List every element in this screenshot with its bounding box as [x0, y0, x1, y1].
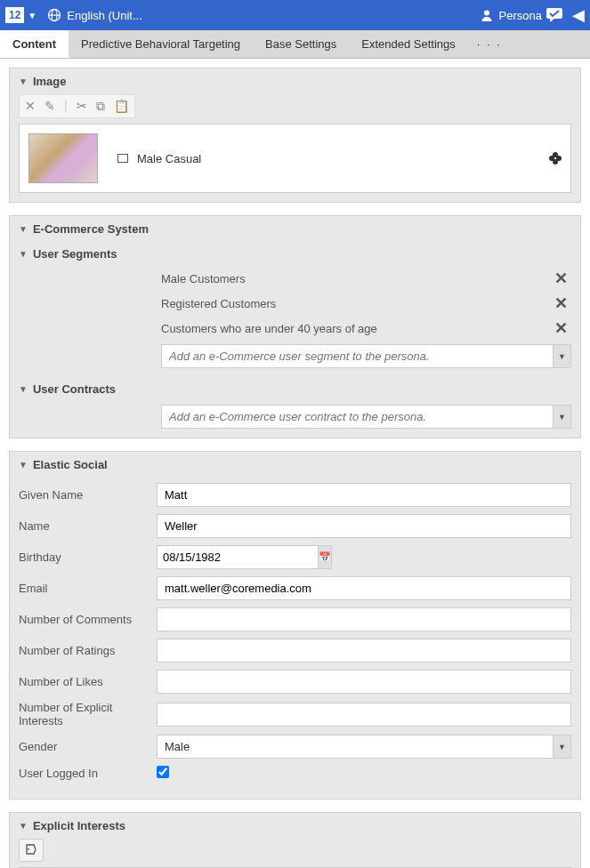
logged-in-label: User Logged In	[19, 767, 157, 780]
collapse-icon: ▼	[19, 384, 28, 394]
edit-icon[interactable]: ✎	[44, 99, 55, 114]
add-segment-box: ▼	[161, 344, 571, 368]
explicit-interests-panel: ▼ Explicit Interests Commerce ▶ Attribut…	[9, 812, 581, 868]
user-contracts-header[interactable]: ▼ User Contracts	[10, 377, 580, 401]
tabs-more[interactable]: · · ·	[468, 30, 511, 58]
tabs-row: Content Predictive Behavioral Targeting …	[0, 30, 590, 59]
calendar-icon[interactable]: 📅	[319, 545, 332, 569]
expand-icon[interactable]: ◀	[572, 5, 585, 25]
email-label: Email	[19, 582, 157, 595]
user-segments-list: Male Customers ✕ Registered Customers ✕ …	[10, 266, 580, 341]
user-contracts-title: User Contracts	[33, 382, 116, 396]
gender-label: Gender	[19, 740, 157, 753]
dropdown-icon[interactable]: ▼	[554, 344, 571, 368]
segment-row: Male Customers ✕	[161, 266, 571, 291]
locale-label[interactable]: English (Unit...	[67, 9, 142, 22]
given-name-label: Given Name	[19, 488, 157, 502]
ecommerce-panel: ▼ E-Commerce System ▼ User Segments Male…	[9, 215, 581, 438]
globe-icon[interactable]	[47, 8, 61, 22]
feedback-icon[interactable]	[546, 7, 565, 23]
persona-label[interactable]: Persona	[499, 9, 542, 22]
paste-icon[interactable]: 📋	[114, 99, 129, 114]
logged-in-checkbox[interactable]	[157, 766, 169, 778]
segment-label: Registered Customers	[161, 297, 276, 310]
birthday-label: Birthday	[19, 551, 157, 564]
image-section-title: Image	[33, 75, 67, 88]
email-input[interactable]	[157, 576, 571, 600]
user-segments-title: User Segments	[33, 247, 117, 261]
elastic-social-panel: ▼ Elastic Social Given Name Name Birthda…	[9, 451, 581, 800]
logo-dropdown[interactable]: ▼	[28, 11, 36, 20]
tab-content[interactable]: Content	[0, 30, 69, 58]
gender-select[interactable]: Male	[157, 735, 554, 759]
user-segments-header[interactable]: ▼ User Segments	[10, 242, 580, 266]
copy-icon[interactable]: ⧉	[96, 99, 105, 114]
dropdown-icon[interactable]: ▼	[554, 405, 571, 429]
tab-predictive[interactable]: Predictive Behavioral Targeting	[69, 30, 253, 58]
image-section-header[interactable]: ▼ Image	[10, 68, 580, 94]
image-toolbar: ✕ ✎ | ✂ ⧉ 📋	[19, 94, 135, 118]
num-likes-input[interactable]	[157, 670, 571, 694]
collapse-icon: ▼	[19, 76, 28, 86]
remove-icon[interactable]: ✕	[554, 293, 571, 313]
add-contract-input[interactable]	[161, 405, 554, 429]
num-ratings-label: Number of Ratings	[19, 644, 157, 657]
cut-icon[interactable]: ✂	[77, 99, 87, 114]
image-item[interactable]: Male Casual	[19, 124, 571, 193]
add-segment-input[interactable]	[161, 344, 554, 368]
image-panel: ▼ Image ✕ ✎ | ✂ ⧉ 📋 Male Casual	[9, 68, 581, 203]
tab-extended-settings[interactable]: Extended Settings	[349, 30, 468, 58]
tab-base-settings[interactable]: Base Settings	[253, 30, 349, 58]
content-type-icon	[117, 154, 128, 163]
num-likes-label: Number of Likes	[19, 675, 157, 688]
ecommerce-title: E-Commerce System	[33, 222, 149, 236]
locale-status-icon	[549, 152, 562, 165]
given-name-input[interactable]	[157, 483, 571, 507]
explicit-title: Explicit Interests	[33, 819, 125, 832]
collapse-icon: ▼	[19, 224, 28, 234]
elastic-header[interactable]: ▼ Elastic Social	[10, 452, 580, 478]
taxonomy-icon[interactable]	[19, 839, 44, 862]
svg-point-3	[484, 11, 489, 16]
collapse-icon: ▼	[19, 249, 28, 259]
remove-icon[interactable]: ✕	[554, 269, 571, 288]
top-bar: 12 ▼ English (Unit... Persona ◀	[0, 0, 590, 30]
birthday-input[interactable]	[157, 545, 319, 569]
ecommerce-header[interactable]: ▼ E-Commerce System	[10, 216, 580, 242]
delete-icon[interactable]: ✕	[25, 99, 36, 114]
num-comments-label: Number of Comments	[19, 613, 157, 626]
svg-point-6	[28, 848, 29, 850]
svg-marker-5	[550, 18, 555, 22]
add-contract-box: ▼	[161, 405, 571, 429]
elastic-title: Elastic Social	[33, 458, 108, 471]
num-comments-input[interactable]	[157, 607, 571, 631]
collapse-icon: ▼	[19, 460, 28, 470]
remove-icon[interactable]: ✕	[554, 318, 571, 338]
image-thumbnail	[28, 133, 98, 183]
explicit-header[interactable]: ▼ Explicit Interests	[10, 813, 580, 839]
app-logo: 12	[5, 7, 24, 23]
name-label: Name	[19, 519, 157, 533]
segment-label: Male Customers	[161, 272, 246, 285]
num-explicit-label: Number of Explicit Interests	[19, 701, 157, 727]
segment-label: Customers who are under 40 years of age	[161, 322, 377, 335]
segment-row: Registered Customers ✕	[161, 291, 571, 316]
image-item-label: Male Casual	[137, 152, 201, 165]
num-ratings-input[interactable]	[157, 639, 571, 663]
segment-row: Customers who are under 40 years of age …	[161, 316, 571, 341]
persona-icon[interactable]	[480, 8, 494, 22]
name-input[interactable]	[157, 514, 571, 538]
collapse-icon: ▼	[19, 821, 28, 831]
num-explicit-input[interactable]	[157, 703, 571, 727]
dropdown-icon[interactable]: ▼	[554, 735, 571, 759]
